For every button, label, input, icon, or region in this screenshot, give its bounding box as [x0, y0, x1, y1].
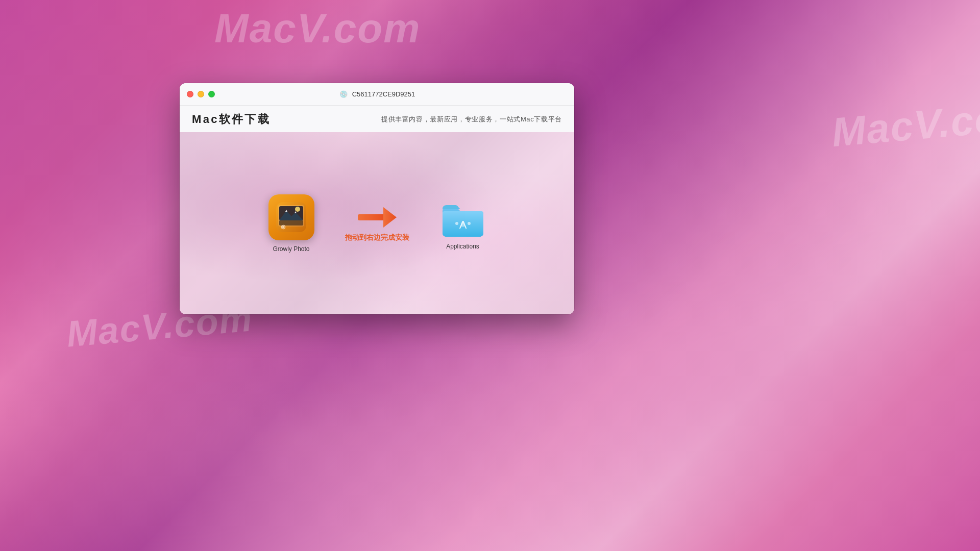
drag-arrow-icon — [357, 205, 398, 230]
svg-point-13 — [455, 222, 458, 225]
svg-point-9 — [282, 226, 284, 228]
growly-photo-svg — [272, 198, 310, 236]
svg-rect-7 — [279, 220, 303, 226]
dmg-icons-row: Growly Photo 拖动到右边完成安装 — [268, 194, 486, 253]
drag-instruction-label: 拖动到右边完成安装 — [345, 233, 409, 242]
installer-window: 💿 C5611772CE9D9251 Mac软件下载 提供丰富内容，最新应用，专… — [180, 83, 574, 314]
minimize-button[interactable] — [198, 91, 204, 97]
close-button[interactable] — [187, 91, 193, 97]
titlebar: 💿 C5611772CE9D9251 — [180, 83, 574, 106]
svg-rect-10 — [358, 214, 386, 220]
growly-photo-icon[interactable] — [268, 194, 314, 240]
growly-photo-icon-inner — [268, 194, 314, 240]
disk-icon: 💿 — [339, 90, 348, 99]
app-icon-wrapper[interactable]: Growly Photo — [268, 194, 314, 253]
header-bar: Mac软件下载 提供丰富内容，最新应用，专业服务，一站式Mac下载平台 — [180, 106, 574, 132]
applications-folder-label: Applications — [446, 243, 479, 250]
svg-marker-11 — [383, 207, 397, 228]
svg-point-15 — [468, 222, 471, 225]
window-title: C5611772CE9D9251 — [352, 90, 415, 98]
arrow-wrapper: 拖动到右边完成安装 — [345, 205, 409, 242]
svg-point-14 — [461, 222, 464, 225]
window-title-group: 💿 C5611772CE9D9251 — [339, 90, 415, 99]
applications-folder-wrapper[interactable]: A Applications — [440, 197, 486, 250]
tagline-text: 提供丰富内容，最新应用，专业服务，一站式Mac下载平台 — [381, 115, 562, 124]
app-icon-label: Growly Photo — [273, 245, 309, 253]
svg-point-6 — [295, 207, 300, 212]
dmg-content-area: Growly Photo 拖动到右边完成安装 — [180, 132, 574, 314]
maximize-button[interactable] — [208, 91, 215, 97]
traffic-lights — [187, 91, 215, 97]
applications-folder-icon: A — [440, 197, 486, 238]
brand-title: Mac软件下载 — [192, 112, 271, 127]
